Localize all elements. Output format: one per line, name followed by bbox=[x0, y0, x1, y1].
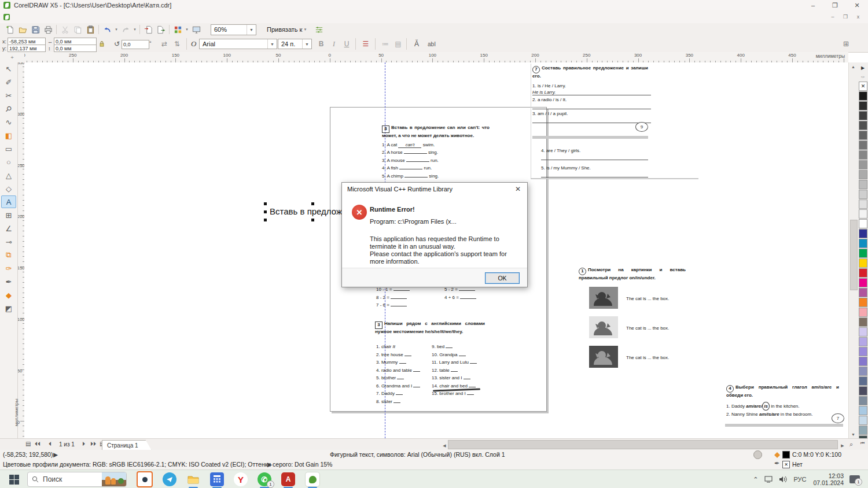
snap-to-dropdown[interactable]: ▾ bbox=[302, 27, 308, 32]
coreldraw-taskbar-icon[interactable] bbox=[305, 472, 320, 487]
color-swatch[interactable] bbox=[859, 347, 867, 356]
color-swatch[interactable] bbox=[859, 317, 867, 327]
basic-shapes-tool[interactable]: ◇ bbox=[1, 182, 16, 195]
color-swatch[interactable] bbox=[859, 111, 867, 120]
color-swatch[interactable] bbox=[859, 426, 867, 435]
color-swatch[interactable] bbox=[859, 160, 867, 169]
zoom-level-combo[interactable]: 60% ▼ bbox=[211, 24, 256, 35]
acrobat-icon[interactable]: A bbox=[281, 472, 295, 486]
crop-tool[interactable]: ✂ bbox=[1, 89, 16, 102]
color-swatch[interactable] bbox=[859, 406, 867, 415]
snap-options-icon[interactable] bbox=[312, 24, 325, 35]
outline-pen-tool[interactable]: ✒ bbox=[1, 275, 16, 288]
vertical-scroll-thumb[interactable] bbox=[850, 220, 858, 290]
yandex-browser-icon[interactable]: Y bbox=[234, 472, 248, 486]
horizontal-ruler[interactable]: миллиметры 30025020015010050050100150200… bbox=[24, 52, 848, 63]
drawing-canvas[interactable]: 8Вставь в предложение can или can't: что… bbox=[24, 62, 848, 438]
chevron-down-icon[interactable]: ▼ bbox=[267, 39, 277, 49]
dimension-tool[interactable]: ∠ bbox=[1, 222, 16, 235]
ellipse-tool[interactable]: ○ bbox=[1, 156, 16, 168]
text-alignment-icon[interactable]: ☰ bbox=[360, 38, 372, 50]
smart-fill-tool[interactable]: ◧ bbox=[1, 129, 16, 142]
mirror-vertical-icon[interactable]: ⇅ bbox=[171, 38, 183, 50]
restore-button[interactable]: ❐ bbox=[824, 2, 846, 9]
color-swatch[interactable] bbox=[859, 199, 867, 209]
chevron-down-icon[interactable]: ▼ bbox=[247, 25, 256, 35]
cut-icon[interactable] bbox=[58, 24, 71, 35]
eye-app-icon[interactable] bbox=[137, 471, 153, 487]
drop-cap-icon[interactable]: ▤ bbox=[392, 38, 404, 50]
shape-tool[interactable]: ✐ bbox=[1, 76, 16, 88]
add-page-icon[interactable]: ▤ bbox=[25, 441, 31, 447]
undo-icon[interactable] bbox=[101, 24, 113, 35]
print-icon[interactable] bbox=[42, 24, 54, 35]
text-tool[interactable]: A bbox=[1, 195, 16, 208]
minimize-button[interactable]: – bbox=[802, 2, 824, 9]
color-swatch[interactable] bbox=[859, 91, 867, 101]
color-swatch[interactable] bbox=[859, 258, 867, 268]
selection-handle[interactable] bbox=[264, 219, 267, 221]
color-swatch[interactable] bbox=[859, 209, 867, 219]
zoom-tool[interactable]: ⚲ bbox=[1, 102, 16, 115]
color-swatch[interactable] bbox=[859, 386, 867, 395]
palette-flyout-icon[interactable]: ▶ bbox=[859, 64, 867, 72]
color-swatch[interactable] bbox=[859, 416, 867, 425]
redo-icon[interactable] bbox=[119, 24, 132, 35]
italic-button[interactable]: I bbox=[328, 38, 340, 50]
volume-tray-icon[interactable] bbox=[779, 476, 787, 483]
bulleted-list-icon[interactable]: ≔ bbox=[380, 38, 391, 50]
doc-restore-button[interactable]: ❐ bbox=[839, 14, 852, 20]
scroll-left-icon[interactable]: ◀ bbox=[441, 442, 448, 450]
scroll-up-icon[interactable]: ▲ bbox=[849, 62, 858, 71]
close-button[interactable]: ✕ bbox=[846, 2, 868, 9]
first-page-icon[interactable]: ⏴⏴ bbox=[35, 441, 41, 448]
rectangle-tool[interactable]: ▭ bbox=[1, 142, 16, 155]
horizontal-scrollbar[interactable]: ◀ ▶ bbox=[441, 440, 846, 449]
eyedropper-tool[interactable]: ✑ bbox=[1, 262, 16, 275]
paste-icon[interactable] bbox=[84, 24, 97, 35]
dockers-icon[interactable]: ⊞ bbox=[840, 38, 852, 50]
no-color-swatch[interactable]: ✕ bbox=[859, 82, 867, 91]
dialog-close-icon[interactable]: ✕ bbox=[509, 185, 527, 193]
color-swatch[interactable] bbox=[859, 190, 867, 199]
fill-color-swatch[interactable] bbox=[782, 451, 790, 459]
palette-expand-icon[interactable]: ⏮ bbox=[860, 441, 865, 446]
export-icon[interactable] bbox=[155, 24, 167, 35]
save-icon[interactable] bbox=[29, 24, 42, 35]
color-swatch[interactable] bbox=[859, 376, 867, 386]
color-swatch[interactable] bbox=[859, 170, 867, 179]
character-formatting-icon[interactable]: Ă bbox=[411, 38, 422, 50]
palette-eyedropper-icon[interactable]: ✑ bbox=[859, 73, 867, 81]
fill-tool[interactable]: ◆ bbox=[1, 289, 16, 301]
table-tool[interactable]: ⊞ bbox=[1, 209, 16, 221]
telegram-icon[interactable] bbox=[163, 472, 176, 486]
selection-handle[interactable] bbox=[264, 202, 267, 205]
edit-text-icon[interactable]: abI bbox=[426, 38, 437, 50]
import-icon[interactable] bbox=[142, 24, 155, 35]
color-swatch[interactable] bbox=[859, 268, 867, 278]
doc-minimize-button[interactable]: – bbox=[826, 14, 839, 20]
whatsapp-icon[interactable]: ✆1 bbox=[258, 472, 271, 486]
ok-button[interactable]: OK bbox=[485, 272, 520, 284]
rotation-angle-field[interactable]: 0,0 bbox=[122, 40, 149, 49]
page-tab[interactable]: Страница 1 bbox=[102, 440, 152, 450]
ruler-origin[interactable]: ⌖ bbox=[0, 52, 25, 63]
new-document-icon[interactable] bbox=[3, 24, 16, 35]
open-icon[interactable] bbox=[16, 24, 29, 35]
tray-chevron-icon[interactable]: ⌃ bbox=[753, 476, 758, 483]
color-swatch[interactable] bbox=[859, 298, 867, 307]
y-position-field[interactable]: 192,137 мм bbox=[8, 45, 46, 52]
color-swatch[interactable] bbox=[859, 367, 867, 376]
color-swatch[interactable] bbox=[859, 219, 867, 228]
selection-handle[interactable] bbox=[311, 219, 314, 221]
color-swatch[interactable] bbox=[859, 357, 867, 366]
last-page-icon[interactable]: ⏵⏵ bbox=[90, 441, 96, 448]
underline-button[interactable]: U bbox=[341, 38, 352, 50]
color-swatch[interactable] bbox=[859, 150, 867, 160]
color-swatch[interactable] bbox=[859, 229, 867, 238]
color-swatch[interactable] bbox=[859, 396, 867, 405]
scroll-down-icon[interactable]: ▼ bbox=[849, 430, 858, 438]
chevron-down-icon[interactable]: ▼ bbox=[302, 39, 311, 49]
vertical-scrollbar[interactable]: ▲ ▼ bbox=[848, 62, 858, 438]
color-swatch[interactable] bbox=[859, 101, 867, 110]
